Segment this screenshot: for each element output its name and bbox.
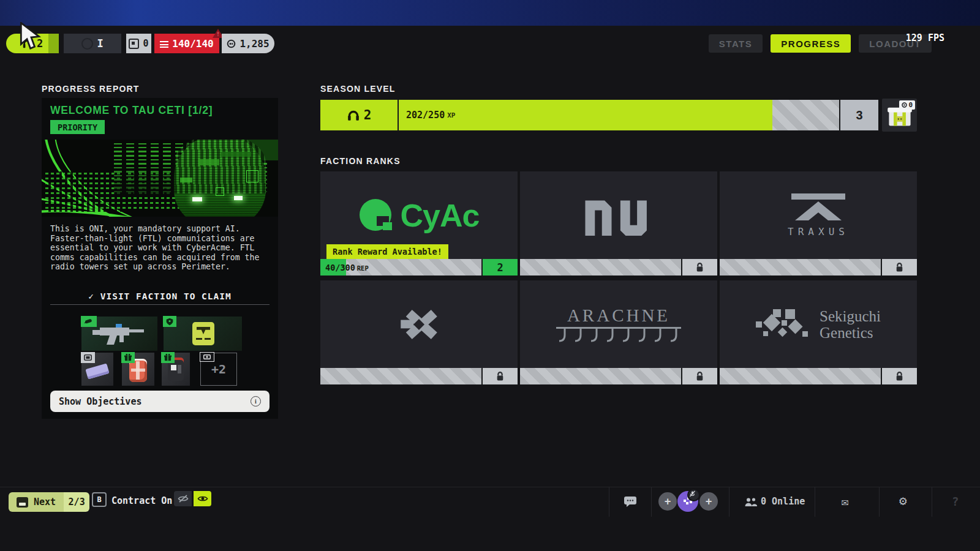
cyac-rank-cell: 2 [481,259,518,276]
eye-icon [197,495,208,503]
traxus-lock-cell [881,259,917,276]
lock-icon [496,371,505,381]
cyac-logo-text: CyAc [401,197,480,234]
device-reward-badge [161,352,175,363]
tier-chip[interactable]: I [64,34,121,53]
hero-glitch [162,140,278,217]
faction-card-cyac[interactable]: CyAc Rank Reward Available! 40/300REP 2 [320,171,518,276]
ammo-value: 140/140 [172,38,213,50]
season-crate-tile[interactable]: 0 [882,99,917,132]
report-title: WELCOME TO TAU CETI [1/2] [50,104,213,117]
credits-icon [227,39,236,48]
show-objectives-button[interactable]: Show Objectives i [50,391,270,412]
reward-tile-charm[interactable] [164,317,242,351]
faction-card-traxus[interactable]: TRAXUS [720,171,917,276]
settings-button[interactable]: ⚙ [899,493,907,508]
tier-value: I [97,37,103,50]
more-reward-badge [200,352,214,362]
scrap-icon [129,39,139,49]
tab-progress[interactable]: PROGRESS [771,34,851,53]
cyac-rep-bar: 40/300REP 2 [320,259,518,276]
sekiguchi-logo-text: Sekiguchi Genetics [820,308,881,341]
plus-icon: + [665,495,671,508]
chat-button[interactable] [624,496,637,510]
cross-lock-cell [481,368,518,384]
ordnance-icon [84,318,94,324]
fps-counter: 129 FPS [906,32,944,43]
season-xp-text: 202/250 [406,110,445,121]
arachne-legs-icon [556,329,681,343]
cross-logo [320,280,518,368]
claim-divider [50,304,270,305]
top-sky-strip [0,0,980,26]
faction-card-nu[interactable] [520,171,717,276]
bottom-divider [815,487,815,517]
tab-stats[interactable]: STATS [709,34,763,53]
game-progress-screen: 2 I 0 140/140 ! 1,285 STATS PROGRESS LOA… [0,0,980,551]
invite-slot-left[interactable]: + [658,492,677,511]
season-current-level: 2 [364,108,372,122]
player-avatar[interactable] [677,491,698,512]
plus-icon: + [706,495,712,508]
season-current-level-cell: 2 [320,100,399,130]
ammo-icon [160,40,168,48]
sekiguchi-line2: Genetics [820,324,881,341]
ammo-chip[interactable]: 140/140 ! [154,34,219,53]
contract-hide-toggle[interactable] [174,491,192,506]
sekiguchi-mark-icon [756,309,810,340]
check-icon: ✓ [88,291,94,301]
gift-icon [164,354,172,361]
gift-icon [124,354,132,361]
arachne-rep-bar [520,368,717,384]
scrap-value: 0 [143,38,148,49]
next-page-button[interactable]: Next 2/3 [9,492,89,512]
weapon-reward-badge [81,316,97,327]
mail-button[interactable]: ✉ [842,495,848,508]
scrap-chip[interactable]: 0 [126,34,151,53]
traxus-rep-bar [720,259,917,276]
show-objectives-label: Show Objectives [59,396,141,407]
arachne-logo: ARACHNE [520,280,717,368]
faction-card-cross[interactable] [320,280,518,384]
mic-muted-badge [687,489,700,501]
claim-note-text: VISIT FACTION TO CLAIM [100,291,232,301]
lock-icon [895,262,904,272]
card-plus-icon [203,354,211,359]
reward-tile-device[interactable] [162,353,190,386]
faction-card-sekiguchi[interactable]: Sekiguchi Genetics [720,280,917,384]
arachne-logo-text: ARACHNE [567,305,670,326]
sekiguchi-lock-cell [881,368,917,384]
credits-value: 1,285 [239,38,269,50]
next-counter: 2/3 [64,492,89,512]
nu-mark-icon [585,195,652,236]
lock-icon [695,262,704,272]
charm-emblem [192,322,214,345]
priority-badge: PRIORITY [50,120,105,134]
reward-tile-weapon[interactable] [81,317,157,351]
nu-rep-bar [520,259,717,276]
season-xp: 202/250 XP [406,100,455,130]
report-body-text: This is ONI, your mandatory support AI. … [50,224,270,272]
traxus-mark-icon [789,193,848,220]
bottom-divider [932,487,932,517]
cyac-rep-text: 40/300REP [325,263,369,272]
credits-chip[interactable]: 1,285 [222,34,274,53]
help-button[interactable]: ? [952,495,959,508]
season-level-header: SEASON LEVEL [320,84,396,94]
mouse-cursor [19,22,43,53]
hero-face [162,140,278,217]
invite-slot-right[interactable]: + [699,492,718,511]
traxus-logo-text: TRAXUS [788,226,849,238]
keycap-icon [17,497,28,508]
reward-tile-armor[interactable] [122,353,154,386]
sekiguchi-logo: Sekiguchi Genetics [720,280,917,368]
contract-show-toggle[interactable] [194,491,211,506]
lock-icon [695,371,704,381]
reward-tile-card[interactable] [81,353,113,386]
reward-tile-more[interactable]: +2 [200,353,237,386]
arachne-lock-cell [681,368,717,384]
contract-label: Contract On [111,495,172,506]
faction-card-arachne[interactable]: ARACHNE [520,280,717,384]
cyac-rep-unit: REP [357,264,369,272]
card-reward-badge [81,352,95,363]
